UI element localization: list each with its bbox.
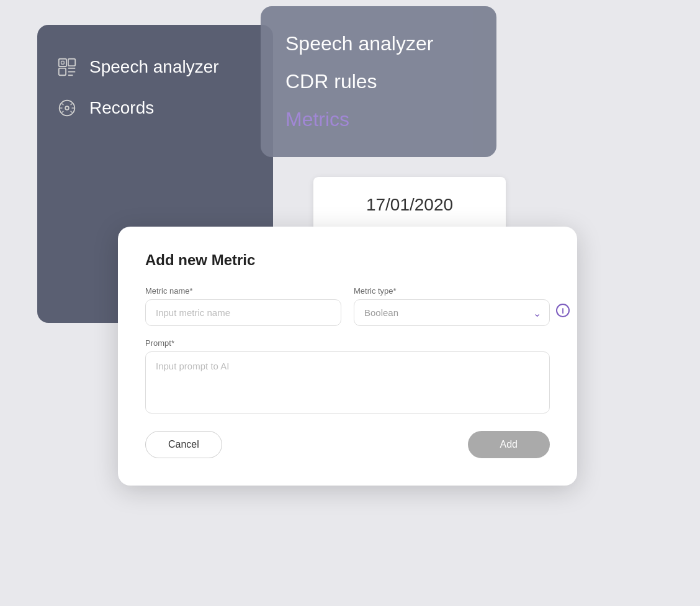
info-icon[interactable]: i <box>556 304 570 317</box>
cancel-button[interactable]: Cancel <box>145 431 222 458</box>
speech-analyzer-icon <box>56 56 78 78</box>
dropdown-item-cdr-rules[interactable]: CDR rules <box>285 63 472 101</box>
metric-type-select[interactable]: Boolean Number Text <box>354 299 550 326</box>
add-button[interactable]: Add <box>468 431 550 458</box>
dropdown-item-metrics[interactable]: Metrics <box>285 101 472 138</box>
dropdown-item-speech-analyzer[interactable]: Speech analyzer <box>285 25 472 63</box>
svg-rect-0 <box>59 59 66 66</box>
svg-line-11 <box>62 103 64 105</box>
prompt-label: Prompt* <box>145 338 550 348</box>
date-value: 17/01/2020 <box>366 195 453 215</box>
svg-line-13 <box>62 111 64 113</box>
records-icon <box>56 97 78 119</box>
sidebar-item-records[interactable]: Records <box>56 91 254 125</box>
prompt-textarea[interactable] <box>145 351 550 414</box>
modal-actions: Cancel Add <box>145 431 550 458</box>
svg-point-8 <box>65 106 69 110</box>
metric-name-label: Metric name* <box>145 286 341 296</box>
date-card: 17/01/2020 <box>313 177 506 233</box>
metric-type-select-wrapper: Boolean Number Text ⌄ <box>354 299 550 326</box>
form-row-top: Metric name* Metric type* Boolean Number… <box>145 286 550 326</box>
svg-rect-2 <box>68 59 75 66</box>
svg-line-14 <box>71 103 73 105</box>
modal-title: Add new Metric <box>145 251 550 269</box>
dropdown-panel: Speech analyzer CDR rules Metrics <box>261 6 496 157</box>
metric-type-group: Metric type* Boolean Number Text ⌄ i <box>354 286 550 326</box>
svg-line-12 <box>71 111 73 113</box>
add-metric-modal: Add new Metric Metric name* Metric type*… <box>118 227 577 486</box>
metric-type-label: Metric type* <box>354 286 550 296</box>
svg-rect-3 <box>59 68 66 75</box>
metric-name-input[interactable] <box>145 299 341 326</box>
records-label: Records <box>89 98 154 118</box>
speech-analyzer-label: Speech analyzer <box>89 57 219 77</box>
sidebar-item-speech-analyzer[interactable]: Speech analyzer <box>56 50 254 84</box>
prompt-group: Prompt* <box>145 338 550 414</box>
svg-rect-1 <box>61 61 65 65</box>
metric-name-group: Metric name* <box>145 286 341 326</box>
